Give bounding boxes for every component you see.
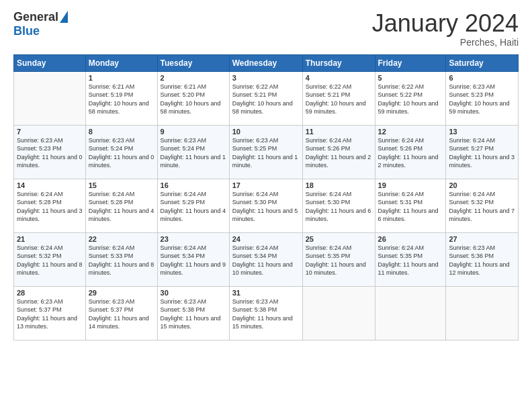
day-of-week-header: Friday	[375, 54, 446, 71]
calendar-cell: 6Sunrise: 6:23 AMSunset: 5:23 PMDaylight…	[446, 71, 519, 125]
logo-blue-text: Blue	[13, 24, 40, 38]
day-of-week-header: Sunday	[14, 54, 86, 71]
calendar-cell: 5Sunrise: 6:22 AMSunset: 5:22 PMDaylight…	[375, 71, 446, 125]
calendar-cell	[375, 286, 446, 340]
day-info: Sunrise: 6:24 AMSunset: 5:28 PMDaylight:…	[89, 190, 154, 224]
day-info: Sunrise: 6:23 AMSunset: 5:36 PMDaylight:…	[449, 244, 515, 277]
day-info: Sunrise: 6:21 AMSunset: 5:19 PMDaylight:…	[89, 83, 154, 116]
calendar-cell: 30Sunrise: 6:23 AMSunset: 5:38 PMDayligh…	[157, 286, 229, 340]
day-number: 3	[232, 74, 300, 82]
day-info: Sunrise: 6:24 AMSunset: 5:30 PMDaylight:…	[306, 190, 372, 224]
calendar-cell: 8Sunrise: 6:23 AMSunset: 5:24 PMDaylight…	[85, 125, 157, 179]
day-number: 22	[89, 235, 154, 243]
day-number: 8	[89, 128, 154, 136]
day-number: 15	[89, 181, 154, 189]
day-of-week-header: Saturday	[446, 54, 519, 71]
calendar-cell: 24Sunrise: 6:24 AMSunset: 5:34 PMDayligh…	[229, 232, 302, 286]
day-number: 30	[161, 289, 226, 297]
day-info: Sunrise: 6:24 AMSunset: 5:31 PMDaylight:…	[378, 190, 443, 224]
day-info: Sunrise: 6:24 AMSunset: 5:29 PMDaylight:…	[161, 190, 226, 224]
day-number: 4	[306, 74, 372, 82]
day-info: Sunrise: 6:24 AMSunset: 5:28 PMDaylight:…	[17, 190, 83, 224]
day-info: Sunrise: 6:24 AMSunset: 5:32 PMDaylight:…	[17, 244, 83, 277]
day-number: 21	[17, 235, 83, 243]
day-info: Sunrise: 6:23 AMSunset: 5:38 PMDaylight:…	[232, 298, 300, 331]
day-info: Sunrise: 6:23 AMSunset: 5:23 PMDaylight:…	[17, 136, 83, 170]
day-info: Sunrise: 6:23 AMSunset: 5:38 PMDaylight:…	[161, 298, 226, 331]
header: General Blue January 2024 Perches, Haiti	[13, 10, 519, 48]
day-info: Sunrise: 6:24 AMSunset: 5:34 PMDaylight:…	[161, 244, 226, 277]
day-number: 6	[449, 74, 515, 82]
day-number: 1	[89, 74, 154, 82]
day-number: 23	[161, 235, 226, 243]
day-info: Sunrise: 6:24 AMSunset: 5:26 PMDaylight:…	[378, 136, 443, 170]
calendar-cell: 14Sunrise: 6:24 AMSunset: 5:28 PMDayligh…	[14, 179, 86, 232]
day-info: Sunrise: 6:24 AMSunset: 5:35 PMDaylight:…	[306, 244, 372, 277]
day-number: 29	[89, 289, 154, 297]
day-number: 24	[232, 235, 300, 243]
day-number: 10	[232, 128, 300, 136]
day-number: 18	[306, 181, 372, 189]
day-info: Sunrise: 6:24 AMSunset: 5:27 PMDaylight:…	[449, 136, 515, 170]
calendar-week-row: 7Sunrise: 6:23 AMSunset: 5:23 PMDaylight…	[14, 125, 519, 179]
day-of-week-header: Monday	[85, 54, 157, 71]
day-info: Sunrise: 6:24 AMSunset: 5:26 PMDaylight:…	[306, 136, 372, 170]
calendar-cell: 10Sunrise: 6:23 AMSunset: 5:25 PMDayligh…	[229, 125, 302, 179]
calendar-cell: 9Sunrise: 6:23 AMSunset: 5:24 PMDaylight…	[157, 125, 229, 179]
day-number: 25	[306, 235, 372, 243]
calendar-cell: 27Sunrise: 6:23 AMSunset: 5:36 PMDayligh…	[446, 232, 519, 286]
day-number: 7	[17, 128, 83, 136]
day-number: 20	[449, 181, 515, 189]
day-info: Sunrise: 6:24 AMSunset: 5:34 PMDaylight:…	[232, 244, 300, 277]
calendar-cell	[14, 71, 86, 125]
day-info: Sunrise: 6:23 AMSunset: 5:23 PMDaylight:…	[449, 83, 515, 116]
calendar-cell: 28Sunrise: 6:23 AMSunset: 5:37 PMDayligh…	[14, 286, 86, 340]
calendar-cell: 23Sunrise: 6:24 AMSunset: 5:34 PMDayligh…	[157, 232, 229, 286]
day-of-week-header: Wednesday	[229, 54, 302, 71]
day-info: Sunrise: 6:24 AMSunset: 5:32 PMDaylight:…	[449, 190, 515, 224]
day-info: Sunrise: 6:24 AMSunset: 5:30 PMDaylight:…	[232, 190, 300, 224]
calendar-cell: 2Sunrise: 6:21 AMSunset: 5:20 PMDaylight…	[157, 71, 229, 125]
logo-general-text: General	[13, 10, 58, 24]
day-number: 13	[449, 128, 515, 136]
day-number: 2	[161, 74, 226, 82]
calendar-cell: 16Sunrise: 6:24 AMSunset: 5:29 PMDayligh…	[157, 179, 229, 232]
calendar-cell: 22Sunrise: 6:24 AMSunset: 5:33 PMDayligh…	[85, 232, 157, 286]
location-subtitle: Perches, Haiti	[372, 37, 519, 48]
day-number: 11	[306, 128, 372, 136]
calendar-cell: 18Sunrise: 6:24 AMSunset: 5:30 PMDayligh…	[302, 179, 375, 232]
day-info: Sunrise: 6:23 AMSunset: 5:37 PMDaylight:…	[89, 298, 154, 331]
day-number: 31	[232, 289, 300, 297]
calendar-cell: 21Sunrise: 6:24 AMSunset: 5:32 PMDayligh…	[14, 232, 86, 286]
day-info: Sunrise: 6:22 AMSunset: 5:21 PMDaylight:…	[306, 83, 372, 116]
calendar-cell	[446, 286, 519, 340]
calendar-cell: 31Sunrise: 6:23 AMSunset: 5:38 PMDayligh…	[229, 286, 302, 340]
day-number: 12	[378, 128, 443, 136]
day-info: Sunrise: 6:24 AMSunset: 5:33 PMDaylight:…	[89, 244, 154, 277]
day-info: Sunrise: 6:22 AMSunset: 5:21 PMDaylight:…	[232, 83, 300, 116]
calendar-cell: 19Sunrise: 6:24 AMSunset: 5:31 PMDayligh…	[375, 179, 446, 232]
day-number: 26	[378, 235, 443, 243]
day-info: Sunrise: 6:23 AMSunset: 5:37 PMDaylight:…	[17, 298, 83, 331]
day-number: 9	[161, 128, 226, 136]
day-number: 5	[378, 74, 443, 82]
logo-triangle-icon	[60, 11, 68, 23]
calendar-cell: 4Sunrise: 6:22 AMSunset: 5:21 PMDaylight…	[302, 71, 375, 125]
logo: General Blue	[13, 10, 68, 38]
day-of-week-header: Tuesday	[157, 54, 229, 71]
calendar-cell: 3Sunrise: 6:22 AMSunset: 5:21 PMDaylight…	[229, 71, 302, 125]
calendar-header-row: SundayMondayTuesdayWednesdayThursdayFrid…	[14, 54, 519, 71]
calendar-cell: 7Sunrise: 6:23 AMSunset: 5:23 PMDaylight…	[14, 125, 86, 179]
day-info: Sunrise: 6:23 AMSunset: 5:24 PMDaylight:…	[89, 136, 154, 170]
day-info: Sunrise: 6:23 AMSunset: 5:24 PMDaylight:…	[161, 136, 226, 170]
day-number: 17	[232, 181, 300, 189]
calendar-cell: 20Sunrise: 6:24 AMSunset: 5:32 PMDayligh…	[446, 179, 519, 232]
day-info: Sunrise: 6:22 AMSunset: 5:22 PMDaylight:…	[378, 83, 443, 116]
day-number: 27	[449, 235, 515, 243]
day-info: Sunrise: 6:24 AMSunset: 5:35 PMDaylight:…	[378, 244, 443, 277]
calendar-week-row: 1Sunrise: 6:21 AMSunset: 5:19 PMDaylight…	[14, 71, 519, 125]
day-info: Sunrise: 6:23 AMSunset: 5:25 PMDaylight:…	[232, 136, 300, 170]
day-number: 14	[17, 181, 83, 189]
calendar-week-row: 21Sunrise: 6:24 AMSunset: 5:32 PMDayligh…	[14, 232, 519, 286]
page: General Blue January 2024 Perches, Haiti…	[0, 0, 532, 411]
